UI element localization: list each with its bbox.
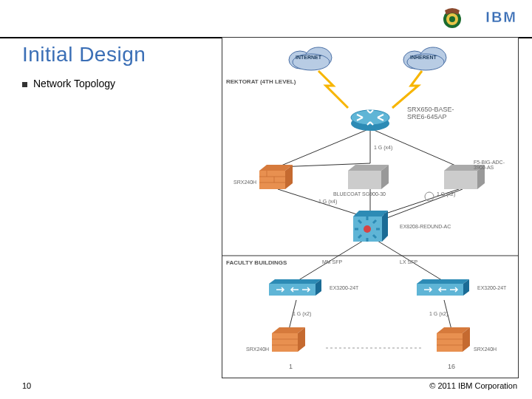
- box-right-label: F5-BIG-ADC-3900-AS: [474, 160, 514, 170]
- link-mid-down: 1 G (x4): [318, 199, 337, 204]
- svg-point-34: [364, 225, 371, 233]
- slide-header: IBM: [0, 0, 532, 38]
- bullet-item: Network Topology: [22, 78, 115, 89]
- box-left-label: SRX240H: [233, 180, 256, 185]
- router-icon: [348, 103, 392, 132]
- box-mid-label: BLUECOAT SG900-30: [333, 191, 386, 197]
- svg-rect-32: [444, 171, 477, 189]
- svg-rect-26: [259, 171, 285, 189]
- fac-fw-left-label: SRX240H: [246, 347, 269, 352]
- link-srx-left: 1 G (x2): [293, 311, 311, 316]
- svg-rect-37: [272, 333, 298, 352]
- slide: { "header": { "ibm_logo_text": "IBM" }, …: [0, 0, 532, 399]
- cloud-inherent-icon: INHERENT: [400, 41, 451, 71]
- router-label: SRX650-BASE-SRE6-645AP: [407, 106, 474, 120]
- page-number: 10: [22, 381, 31, 390]
- fac-fw-right-label: SRX240H: [474, 347, 497, 352]
- faculty-index-left: 1: [289, 363, 293, 370]
- svg-point-17: [425, 192, 434, 201]
- link-fac-left: MM SFP: [322, 259, 342, 265]
- faculty-fw-left-icon: [268, 326, 309, 358]
- svg-rect-40: [437, 333, 463, 352]
- university-crest-icon: [439, 4, 466, 31]
- ibm-logo-text: IBM: [485, 9, 517, 26]
- network-topology-diagram: REKTORAT (4TH LEVEL) FACULTY BUILDINGS I…: [222, 37, 519, 378]
- section-label-faculty: FACULTY BUILDINGS: [226, 259, 287, 266]
- faculty-index-right: 16: [448, 363, 455, 370]
- slide-title: Initial Design: [22, 43, 146, 66]
- cloud-internet-icon: INTERNET: [285, 41, 337, 71]
- core-switch-icon: [349, 209, 391, 248]
- section-label-rektorat: REKTORAT (4TH LEVEL): [226, 78, 296, 85]
- faculty-switch-left-icon: [265, 278, 324, 303]
- faculty-switch-right-icon: [413, 278, 472, 303]
- svg-point-2: [449, 16, 455, 22]
- link-srx-right: 1 G (x2): [429, 311, 448, 316]
- fac-switch-left-label: EX3200-24T: [330, 285, 358, 290]
- copyright-text: © 2011 IBM Corporation: [429, 381, 517, 390]
- firewall-left-icon: [256, 163, 296, 196]
- svg-rect-31: [348, 171, 381, 189]
- link-router-down: 1 G (x4): [374, 145, 392, 150]
- fac-switch-right-label: EX3200-24T: [477, 285, 506, 290]
- link-right-down: 1 G (x2): [437, 191, 455, 197]
- link-fac-right: LX SFP: [400, 259, 417, 265]
- svg-line-5: [278, 130, 366, 167]
- ibm-logo-icon: IBM: [485, 9, 517, 26]
- faculty-fw-right-icon: [433, 326, 474, 358]
- cloud-right-text: INHERENT: [410, 55, 437, 60]
- bullet-text: Network Topology: [33, 78, 115, 89]
- cloud-left-text: INTERNET: [296, 55, 321, 60]
- bullet-square-icon: [22, 82, 27, 87]
- core-switch-label: EX8208-REDUND-AC: [400, 224, 451, 229]
